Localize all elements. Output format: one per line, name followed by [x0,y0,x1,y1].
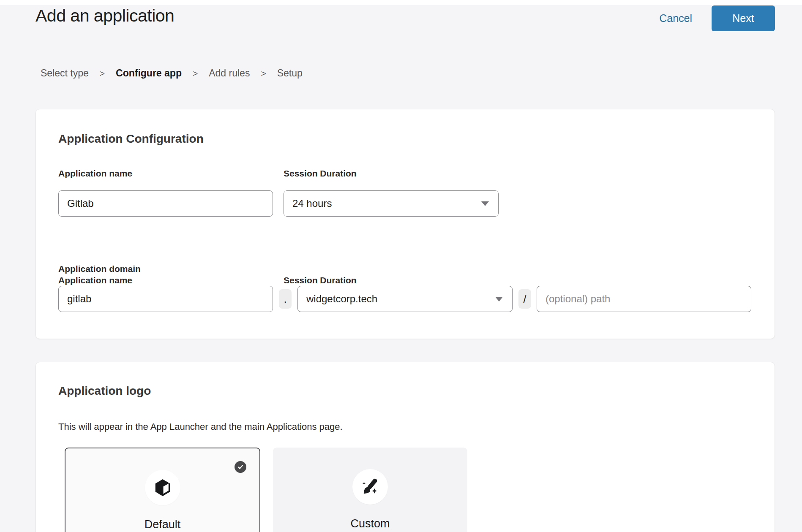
page-title: Add an application [35,6,174,26]
subdomain-input[interactable] [58,286,273,312]
slash-separator: / [518,289,531,309]
chevron-down-icon [481,201,489,206]
top-strip [0,0,802,5]
logo-option-default[interactable]: Default [65,448,260,532]
breadcrumb: Select type > Configure app > Add rules … [41,68,303,79]
breadcrumb-step-select-type[interactable]: Select type [41,68,89,79]
breadcrumb-step-setup[interactable]: Setup [277,68,303,79]
application-configuration-card: Application Configuration Application na… [35,109,775,339]
chevron-down-icon [495,297,503,301]
cancel-button[interactable]: Cancel [659,12,692,24]
custom-logo-circle [352,469,388,505]
session-duration-label-row1: Session Duration [284,168,357,179]
domain-value: widgetcorp.tech [306,293,377,305]
logo-option-default-label: Default [65,518,259,531]
breadcrumb-separator: > [193,68,198,79]
application-name-label-row1: Application name [58,168,132,179]
application-configuration-heading: Application Configuration [58,132,204,146]
next-button[interactable]: Next [712,5,775,31]
application-logo-description: This will appear in the App Launcher and… [58,421,343,432]
dot-separator: . [279,289,292,309]
application-name-label: Application name [58,275,132,285]
application-logo-card: Application logo This will appear in the… [35,362,775,532]
header-actions: Cancel Next [659,5,775,31]
selected-check-badge [235,461,246,473]
logo-option-custom-label: Custom [273,517,467,530]
domain-select[interactable]: widgetcorp.tech [297,286,513,312]
paintbrush-icon [359,476,381,498]
path-input[interactable] [537,286,751,312]
session-duration-select[interactable]: 24 hours [284,190,499,217]
application-name-input[interactable] [58,190,273,217]
session-duration-value: 24 hours [292,198,332,209]
logo-option-custom[interactable]: Custom [273,448,467,532]
default-logo-circle [145,470,180,505]
application-logo-heading: Application logo [58,384,151,398]
breadcrumb-step-configure-app[interactable]: Configure app [116,68,182,79]
breadcrumb-separator: > [100,68,105,79]
breadcrumb-separator: > [261,68,266,79]
cube-icon [153,478,172,497]
session-duration-label: Session Duration [284,275,357,285]
application-domain-label: Application domain [58,264,141,274]
check-icon [237,463,244,471]
page-header: Add an application Cancel Next [35,5,775,39]
breadcrumb-step-add-rules[interactable]: Add rules [209,68,250,79]
